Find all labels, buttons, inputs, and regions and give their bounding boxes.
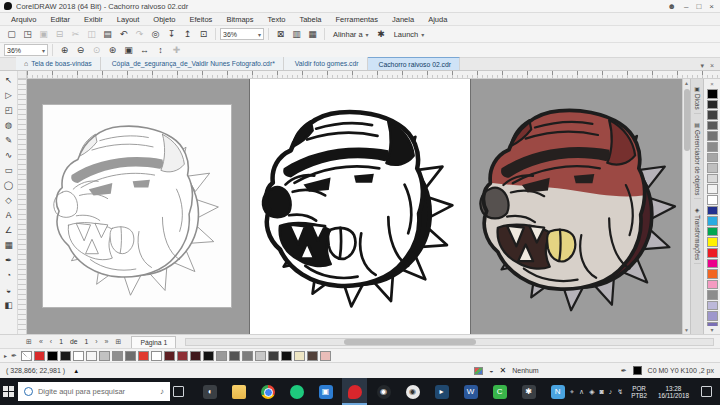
taskbar-search-input[interactable]: Digite aqui para pesquisar ♪ bbox=[18, 382, 170, 401]
color-swatch[interactable] bbox=[707, 110, 718, 120]
docker-tab[interactable]: ◈ Transformações bbox=[694, 203, 701, 264]
tray-expand[interactable]: ∧ bbox=[579, 388, 584, 396]
crop-tool[interactable]: ◰ bbox=[1, 103, 16, 117]
document-color-swatch[interactable] bbox=[229, 351, 240, 361]
ruler-origin-corner[interactable] bbox=[18, 71, 27, 79]
zoom-page-width-button[interactable]: ↔ bbox=[137, 43, 152, 57]
menu-item[interactable]: Arquivo bbox=[4, 13, 43, 26]
show-grid-button[interactable]: ▦ bbox=[305, 27, 320, 41]
docker-tab[interactable]: ▣ Dicas bbox=[694, 82, 701, 114]
document-color-swatch[interactable] bbox=[307, 351, 318, 361]
document-tab[interactable]: Valdir foto gomes.cdr bbox=[284, 57, 368, 70]
eyedropper-tool[interactable]: ✒ bbox=[1, 253, 16, 267]
tray-link[interactable]: ↯ bbox=[617, 388, 623, 396]
color-swatch[interactable] bbox=[707, 311, 718, 321]
menu-item[interactable]: Texto bbox=[260, 13, 292, 26]
document-tab[interactable]: ⌂ Tela de boas-vindas bbox=[16, 57, 101, 70]
document-color-swatch[interactable] bbox=[99, 351, 110, 361]
account-button[interactable]: ☻ bbox=[668, 0, 676, 13]
document-color-swatch[interactable] bbox=[177, 351, 188, 361]
paste-button[interactable]: ▤ bbox=[100, 27, 115, 41]
color-swatch[interactable] bbox=[707, 301, 718, 311]
document-color-swatch[interactable] bbox=[255, 351, 266, 361]
tab-list-button[interactable]: ▾ bbox=[700, 62, 704, 70]
menu-item[interactable]: Ferramentas bbox=[329, 13, 386, 26]
media-player[interactable]: ◉ bbox=[400, 378, 425, 405]
app-notes[interactable]: N bbox=[545, 378, 570, 405]
app-video[interactable]: ▸ bbox=[429, 378, 454, 405]
color-swatch[interactable] bbox=[707, 195, 718, 205]
camtasia[interactable]: C bbox=[487, 378, 512, 405]
document-color-swatch[interactable] bbox=[112, 351, 123, 361]
start-button[interactable] bbox=[0, 378, 18, 405]
close-button[interactable]: × bbox=[709, 0, 714, 13]
import-button[interactable]: ↧ bbox=[164, 27, 179, 41]
horizontal-ruler[interactable] bbox=[27, 71, 720, 79]
palette-flyout-icon[interactable]: ▸ bbox=[4, 352, 7, 359]
color-swatch[interactable] bbox=[707, 280, 718, 290]
bulldog-inked-artwork[interactable] bbox=[253, 91, 465, 317]
color-swatch[interactable] bbox=[707, 163, 718, 173]
app-recorder[interactable]: ◉ bbox=[371, 378, 396, 405]
launch-dropdown[interactable]: Launch ▾ bbox=[390, 27, 429, 41]
document-tab[interactable]: Cachorro raivoso 02.cdr bbox=[368, 57, 461, 70]
color-swatch[interactable] bbox=[707, 100, 718, 110]
color-swatch[interactable] bbox=[707, 89, 718, 99]
bulldog-colored-artwork[interactable] bbox=[470, 89, 682, 321]
menu-item[interactable]: Efeitos bbox=[182, 13, 219, 26]
palette-eyedropper-icon[interactable]: ✒ bbox=[11, 352, 17, 360]
vertical-scroll-thumb[interactable] bbox=[684, 89, 690, 151]
zoom-tool[interactable]: ◍ bbox=[1, 118, 16, 132]
ellipse-tool[interactable]: ◯ bbox=[1, 178, 16, 192]
docker-tab[interactable]: ▤ Gerenciador de objetos bbox=[694, 118, 701, 199]
color-swatch[interactable] bbox=[707, 248, 718, 258]
menu-item[interactable]: Objeto bbox=[146, 13, 182, 26]
canvas[interactable] bbox=[27, 79, 682, 334]
zoom-levels-combo[interactable]: 36% ▾ bbox=[4, 44, 48, 56]
document-color-swatch[interactable] bbox=[34, 351, 45, 361]
palette-close-icon[interactable]: × bbox=[710, 80, 714, 88]
document-color-swatch[interactable] bbox=[86, 351, 97, 361]
restore-button[interactable]: □ bbox=[696, 0, 701, 13]
menu-item[interactable]: Ajuda bbox=[421, 13, 454, 26]
show-rulers-button[interactable]: ▥ bbox=[289, 27, 304, 41]
color-swatch[interactable] bbox=[707, 131, 718, 141]
menu-item[interactable]: Janela bbox=[385, 13, 421, 26]
horizontal-scroll-thumb[interactable] bbox=[344, 339, 476, 345]
app-messenger[interactable] bbox=[284, 378, 309, 405]
vertical-scrollbar[interactable]: ▲ ▼ bbox=[682, 79, 690, 334]
polygon-tool[interactable]: ◇ bbox=[1, 193, 16, 207]
artistic-media-tool[interactable]: ∿ bbox=[1, 148, 16, 162]
document-color-swatch[interactable] bbox=[60, 351, 71, 361]
undo-button[interactable]: ↶ bbox=[116, 27, 131, 41]
shape-tool[interactable]: ▷ bbox=[1, 88, 16, 102]
text-tool[interactable]: A bbox=[1, 208, 16, 222]
document-color-swatch[interactable] bbox=[164, 351, 175, 361]
align-to-dropdown[interactable]: Alinhar a ▾ bbox=[329, 27, 373, 41]
save-button[interactable]: ▣ bbox=[36, 27, 51, 41]
task-view-button[interactable] bbox=[170, 378, 187, 405]
tray-shield[interactable]: ◈ bbox=[589, 388, 594, 396]
scroll-up-icon[interactable]: ▲ bbox=[684, 79, 689, 87]
tray-volume[interactable]: ♪ bbox=[609, 388, 613, 395]
color-swatch[interactable] bbox=[707, 269, 718, 279]
menu-item[interactable]: Tabela bbox=[292, 13, 328, 26]
file-explorer[interactable] bbox=[226, 378, 251, 405]
document-color-swatch[interactable] bbox=[138, 351, 149, 361]
new-document[interactable]: ▢ bbox=[4, 27, 19, 41]
rectangle-tool[interactable]: ▭ bbox=[1, 163, 16, 177]
document-color-swatch[interactable] bbox=[216, 351, 227, 361]
color-swatch[interactable] bbox=[707, 121, 718, 131]
word[interactable]: W bbox=[458, 378, 483, 405]
last-page-button[interactable]: » bbox=[103, 338, 111, 345]
zoom-level-select[interactable]: 36% ▾ bbox=[220, 28, 264, 40]
document-color-swatch[interactable] bbox=[203, 351, 214, 361]
document-color-swatch[interactable] bbox=[190, 351, 201, 361]
redo-button[interactable]: ↷ bbox=[132, 27, 147, 41]
table-tool[interactable]: ▦ bbox=[1, 238, 16, 252]
document-color-swatch[interactable] bbox=[73, 351, 84, 361]
menu-item[interactable]: Layout bbox=[110, 13, 147, 26]
zoom-out-button[interactable]: ⊖ bbox=[73, 43, 88, 57]
add-button[interactable]: ✚ bbox=[169, 43, 184, 57]
dimension-tool[interactable]: ∠ bbox=[1, 223, 16, 237]
